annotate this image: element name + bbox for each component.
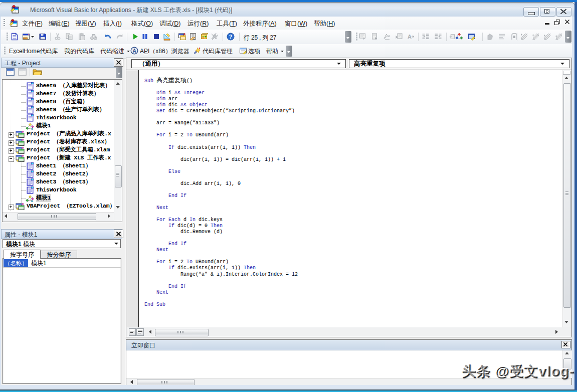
svg-text:?: ?	[229, 34, 233, 40]
svg-text:A: A	[408, 34, 412, 40]
svg-text:A: A	[132, 48, 136, 54]
